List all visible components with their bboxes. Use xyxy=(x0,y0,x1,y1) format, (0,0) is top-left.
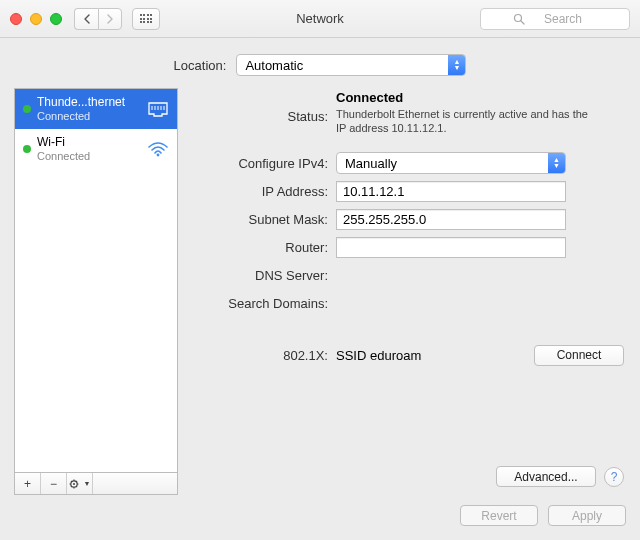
status-dot xyxy=(23,105,31,113)
x8021-row: 802.1X: SSID eduroam Connect xyxy=(198,341,624,369)
zoom-window-button[interactable] xyxy=(50,13,62,25)
svg-line-14 xyxy=(71,481,72,482)
dns-row: DNS Server: xyxy=(198,261,624,289)
ip-label: IP Address: xyxy=(198,184,328,199)
configure-label: Configure IPv4: xyxy=(198,156,328,171)
search-domains-row: Search Domains: xyxy=(198,289,624,317)
chevron-up-down-icon: ▲▼ xyxy=(548,153,565,173)
status-value: Connected xyxy=(336,90,403,105)
actions-menu-button[interactable]: ▼ xyxy=(67,473,93,494)
connect-button[interactable]: Connect xyxy=(534,345,624,366)
status-detail: Thunderbolt Ethernet is currently active… xyxy=(336,107,596,135)
apply-button[interactable]: Apply xyxy=(548,505,626,526)
subnet-label: Subnet Mask: xyxy=(198,212,328,227)
main-row: Thunde...thernet Connected xyxy=(14,88,626,495)
svg-point-7 xyxy=(157,154,160,157)
help-button[interactable]: ? xyxy=(604,467,624,487)
x8021-label: 802.1X: xyxy=(198,348,328,363)
advanced-row: Advanced... ? xyxy=(198,466,624,493)
configure-ipv4-select[interactable]: Manually ▲▼ xyxy=(336,152,566,174)
sidebar: Thunde...thernet Connected xyxy=(14,88,178,495)
service-item-wifi[interactable]: Wi-Fi Connected xyxy=(15,129,177,169)
svg-line-15 xyxy=(76,486,77,487)
minimize-window-button[interactable] xyxy=(30,13,42,25)
chevron-up-down-icon: ▲▼ xyxy=(448,55,465,75)
traffic-lights xyxy=(10,13,62,25)
svg-line-16 xyxy=(71,486,72,487)
subnet-row: Subnet Mask: xyxy=(198,205,624,233)
forward-button[interactable] xyxy=(98,8,122,30)
location-select[interactable]: Automatic ▲▼ xyxy=(236,54,466,76)
list-footer: + − xyxy=(14,473,178,495)
service-status: Connected xyxy=(37,149,139,163)
wifi-icon xyxy=(145,136,171,162)
back-button[interactable] xyxy=(74,8,98,30)
location-row: Location: Automatic ▲▼ xyxy=(14,46,626,88)
dns-label: DNS Server: xyxy=(198,268,328,283)
close-window-button[interactable] xyxy=(10,13,22,25)
add-service-button[interactable]: + xyxy=(15,473,41,494)
search-wrap xyxy=(480,8,630,30)
service-status: Connected xyxy=(37,109,139,123)
svg-line-17 xyxy=(76,481,77,482)
status-row: Status: Connected Thunderbolt Ethernet i… xyxy=(198,90,624,143)
search-domains-label: Search Domains: xyxy=(198,296,328,311)
service-item-thunderbolt[interactable]: Thunde...thernet Connected xyxy=(15,89,177,129)
location-value: Automatic xyxy=(245,58,303,73)
search-input[interactable] xyxy=(480,8,630,30)
configure-row: Configure IPv4: Manually ▲▼ xyxy=(198,149,624,177)
revert-button[interactable]: Revert xyxy=(460,505,538,526)
content-area: Location: Automatic ▲▼ Thunde...thernet … xyxy=(0,38,640,540)
status-dot xyxy=(23,145,31,153)
grid-icon xyxy=(140,14,153,23)
location-label: Location: xyxy=(174,58,227,73)
remove-service-button[interactable]: − xyxy=(41,473,67,494)
window-title: Network xyxy=(296,11,344,26)
service-text: Wi-Fi Connected xyxy=(37,135,139,163)
router-label: Router: xyxy=(198,240,328,255)
ip-address-field[interactable] xyxy=(336,181,566,202)
gear-icon xyxy=(69,478,83,490)
chevron-down-icon: ▼ xyxy=(84,480,91,487)
advanced-button[interactable]: Advanced... xyxy=(496,466,596,487)
show-all-button[interactable] xyxy=(132,8,160,30)
bottom-buttons: Revert Apply xyxy=(14,495,626,526)
router-row: Router: xyxy=(198,233,624,261)
ethernet-icon xyxy=(145,96,171,122)
configure-value: Manually xyxy=(345,156,397,171)
subnet-mask-field[interactable] xyxy=(336,209,566,230)
titlebar: Network xyxy=(0,0,640,38)
ip-row: IP Address: xyxy=(198,177,624,205)
x8021-value: SSID eduroam xyxy=(336,348,524,363)
service-name: Wi-Fi xyxy=(37,135,139,149)
svg-point-9 xyxy=(73,483,75,485)
detail-panel: Status: Connected Thunderbolt Ethernet i… xyxy=(192,88,626,495)
service-text: Thunde...thernet Connected xyxy=(37,95,139,123)
nav-buttons xyxy=(74,8,122,30)
service-list: Thunde...thernet Connected xyxy=(14,88,178,473)
service-name: Thunde...thernet xyxy=(37,95,139,109)
router-field[interactable] xyxy=(336,237,566,258)
status-label: Status: xyxy=(198,109,328,124)
